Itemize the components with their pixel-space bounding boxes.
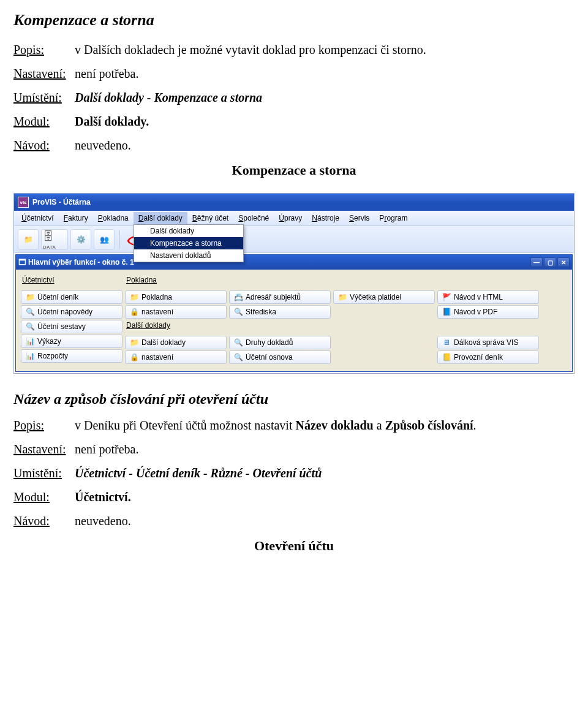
menubar: ÚčetnictvíFakturyPokladnaDalší dokladyBě… (14, 211, 574, 226)
menu-faktury[interactable]: Faktury (59, 212, 93, 224)
fn-dálková-správa-vis[interactable]: 🖥Dálková správa VIS (437, 336, 539, 349)
modul2-val: Účetnictví. (75, 490, 575, 504)
fn-label: Účetní osnova (246, 353, 293, 362)
maximize-button[interactable]: ▢ (544, 257, 556, 267)
menu-dal-doklady[interactable]: Další doklady (134, 212, 187, 224)
menu-b-n-et[interactable]: Běžný účet (187, 212, 233, 224)
umisteni2-val: Účetnictví - Účetní deník - Různé - Otev… (75, 466, 575, 480)
section2-heading: Název a způsob číslování při otevření úč… (13, 391, 575, 407)
fn-nastavení[interactable]: 🔒nastavení (125, 305, 227, 319)
navod2-label: Návod: (13, 514, 75, 528)
mag-icon: 🔍 (25, 322, 35, 331)
fn-návod-v-pdf[interactable]: 📘Návod v PDF (437, 305, 539, 319)
fn-adresář-subjektů[interactable]: 📇Adresář subjektů (229, 290, 331, 304)
database-icon: 🗄 (43, 230, 54, 243)
col-head (332, 275, 436, 289)
function-grid: Účetnictví📁Účetní deník🔍Účetní nápovědy🔍… (16, 270, 572, 371)
chart-icon: 📊 (25, 336, 35, 346)
nastaveni2-val: není potřeba. (75, 442, 575, 456)
flag-icon: 🚩 (442, 292, 451, 302)
chart-icon: 📊 (25, 351, 35, 361)
fn-label: Druhy dokladů (246, 338, 293, 347)
fn-účetní-sestavy[interactable]: 🔍Účetní sestavy (21, 320, 123, 333)
fn-další-doklady[interactable]: 📁Další doklady (125, 336, 227, 349)
fn-label: Pokladna (141, 293, 172, 301)
section1-heading: Kompenzace a storna (13, 11, 575, 29)
menu-n-stroje[interactable]: Nástroje (307, 212, 344, 224)
menu-servis[interactable]: Servis (344, 212, 374, 224)
folder-icon: 📁 (25, 292, 35, 302)
toolbar-sep (119, 230, 120, 249)
nastaveni2-label: Nastavení: (13, 442, 75, 456)
inner-titlebar: 🗔 Hlavní výběr funkcí - okno č. 1 — ▢ ✕ (16, 255, 572, 270)
lock-icon: 🔒 (129, 352, 139, 362)
pdf-icon: 📘 (442, 307, 451, 317)
fn-label: Návod v HTML (454, 293, 503, 301)
fn-label: nastavení (141, 353, 173, 362)
menu-spole-n-[interactable]: Společné (233, 212, 274, 224)
fn-druhy-dokladů[interactable]: 🔍Druhy dokladů (229, 336, 331, 349)
toolbar-data-label: DATA (43, 244, 56, 250)
minimize-button[interactable]: — (530, 257, 543, 267)
nastaveni-label: Nastavení: (13, 67, 75, 81)
toolbar-btn-1[interactable]: 📁 (18, 229, 39, 250)
mag-icon: 🔍 (25, 307, 35, 317)
menu--etnictv-[interactable]: Účetnictví (17, 212, 59, 224)
app-icon: vis (18, 197, 29, 208)
col-head: Účetnictví (20, 275, 124, 289)
popis2-val: v Deníku při Otevření účtů možnost nasta… (75, 418, 575, 433)
fn-střediska[interactable]: 🔍Střediska (229, 305, 331, 319)
menu--pravy[interactable]: Úpravy (274, 212, 307, 224)
mag-icon: 🔍 (233, 307, 243, 317)
app-window: vis ProVIS - Účtárna ÚčetnictvíFakturyPo… (13, 193, 575, 374)
fn-rozpočty[interactable]: 📊Rozpočty (21, 349, 123, 363)
inner-window: 🗔 Hlavní výběr funkcí - okno č. 1 — ▢ ✕ … (15, 254, 573, 372)
fn-provozní-deník[interactable]: 📒Provozní deník (437, 350, 539, 364)
nastaveni-val: není potřeba. (75, 67, 575, 81)
lock-icon: 🔒 (129, 307, 139, 317)
fn-label: Účetní deník (37, 293, 78, 301)
toolbar-btn-settings[interactable]: ⚙️ (70, 229, 91, 250)
fn-label: Účetní nápovědy (37, 308, 92, 316)
popis-val: v Dalších dokladech je možné vytavit dok… (75, 43, 575, 57)
fn-label: Účetní sestavy (37, 322, 86, 331)
dropdown-item-1[interactable]: Kompenzace a storna (134, 237, 243, 249)
toolbar-btn-users[interactable]: 👥 (94, 229, 115, 250)
book-icon: 📇 (233, 292, 243, 302)
fn-účetní-nápovědy[interactable]: 🔍Účetní nápovědy (21, 305, 123, 319)
section2-center: Otevření účtu (13, 538, 575, 554)
fn-účetní-deník[interactable]: 📁Účetní deník (21, 290, 123, 304)
fn-label: Dálková správa VIS (454, 338, 518, 347)
fn-účetní-osnova[interactable]: 🔍Účetní osnova (229, 350, 331, 364)
fn-pokladna[interactable]: 📁Pokladna (125, 290, 227, 304)
fn-výčetka-platidel[interactable]: 📁Výčetka platidel (333, 290, 435, 304)
close-button[interactable]: ✕ (557, 257, 570, 267)
fn-nastavení[interactable]: 🔒nastavení (125, 350, 227, 364)
col-head: Pokladna (124, 275, 228, 289)
menu-program[interactable]: Program (374, 212, 412, 224)
fn-label: Další doklady (141, 338, 186, 347)
app-titlebar: vis ProVIS - Účtárna (14, 194, 574, 211)
fn-návod-v-html[interactable]: 🚩Návod v HTML (437, 290, 539, 304)
grid-col-1: Pokladna📁Pokladna🔒nastaveníDalší doklady… (124, 275, 228, 365)
navod-val: neuvedeno. (75, 138, 575, 153)
folder-icon: 📁 (129, 292, 139, 302)
dropdown-item-0[interactable]: Další doklady (134, 225, 243, 237)
navod2-val: neuvedeno. (75, 514, 575, 528)
fn-label: Návod v PDF (454, 308, 497, 316)
grid-col-4: 🚩Návod v HTML📘Návod v PDF🖥Dálková správa… (436, 275, 540, 365)
mag-icon: 🔍 (233, 352, 243, 362)
grid-col-0: Účetnictví📁Účetní deník🔍Účetní nápovědy🔍… (20, 275, 124, 365)
fn-výkazy[interactable]: 📊Výkazy (21, 335, 123, 348)
remote-icon: 🖥 (442, 338, 451, 347)
col-head: Další doklady (124, 320, 228, 335)
modul-label: Modul: (13, 115, 75, 129)
inner-window-icon: 🗔 (18, 258, 26, 267)
toolbar-btn-data[interactable]: 🗄 DATA (41, 229, 68, 250)
umisteni-val: Další doklady - Kompenzace a storna (75, 91, 575, 105)
menu-pokladna[interactable]: Pokladna (93, 212, 134, 224)
mag-icon: 🔍 (233, 338, 243, 347)
dropdown-item-2[interactable]: Nastavení dokladů (134, 249, 243, 262)
folder-icon: 📁 (129, 338, 139, 347)
fn-label: Výčetka platidel (350, 293, 401, 301)
